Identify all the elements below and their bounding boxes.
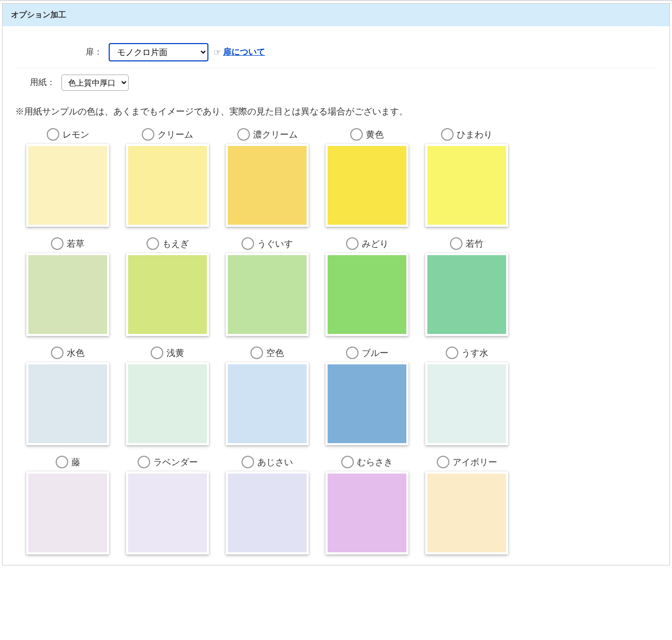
- color-radio[interactable]: [437, 456, 449, 468]
- swatch-item: 黄色: [320, 128, 414, 227]
- paper-select[interactable]: 色上質中厚口: [61, 75, 129, 91]
- swatch-name: 若草: [67, 238, 85, 250]
- swatch-sample: [226, 253, 309, 336]
- swatch-label-row: ひまわり: [419, 128, 514, 141]
- swatch-sample: [226, 144, 309, 227]
- swatch-label-row: ラベンダー: [120, 456, 215, 468]
- swatch-sample: [126, 144, 209, 227]
- color-radio[interactable]: [346, 347, 359, 359]
- swatch-item: レモン: [20, 128, 115, 227]
- swatch-name: うす水: [461, 347, 488, 359]
- panel-body: 扉： モノクロ片面 ☞ 扉について 用紙： 色上質中厚口 ※用紙サンプルの色は、…: [3, 26, 669, 565]
- swatch-sample: [425, 253, 508, 336]
- swatch-item: 藤: [20, 456, 115, 554]
- paper-row: 用紙： 色上質中厚口: [15, 68, 657, 97]
- color-radio[interactable]: [51, 347, 64, 359]
- swatch-name: アイボリー: [453, 456, 497, 468]
- swatch-label-row: もえぎ: [120, 237, 215, 250]
- swatch-item: あじさい: [220, 456, 314, 554]
- swatch-label-row: 若竹: [419, 237, 514, 250]
- swatch-item: ひまわり: [419, 128, 514, 227]
- swatch-item: ラベンダー: [120, 456, 215, 554]
- swatch-item: みどり: [320, 237, 414, 336]
- swatch-name: 若竹: [466, 238, 484, 250]
- color-radio[interactable]: [250, 347, 263, 359]
- swatch-name: 空色: [266, 347, 284, 359]
- sample-notice: ※用紙サンプルの色は、あくまでもイメージであり、実際の見た目とは異なる場合がござ…: [15, 106, 657, 118]
- swatch-name: むらさき: [357, 456, 393, 468]
- swatch-name: レモン: [62, 129, 89, 141]
- swatch-name: ラベンダー: [153, 456, 198, 468]
- color-radio[interactable]: [138, 456, 150, 468]
- swatch-name: クリーム: [158, 129, 193, 141]
- swatch-label-row: みどり: [320, 237, 414, 250]
- swatch-item: アイボリー: [419, 456, 514, 554]
- swatch-item: 水色: [20, 347, 115, 445]
- swatch-name: あじさい: [257, 456, 293, 468]
- swatch-item: 空色: [220, 347, 314, 445]
- swatch-sample: [26, 471, 109, 554]
- swatch-item: 濃クリーム: [220, 128, 314, 227]
- swatch-sample: [425, 471, 508, 554]
- color-radio[interactable]: [450, 237, 463, 250]
- swatch-item: うぐいす: [220, 237, 314, 336]
- swatch-sample: [26, 253, 109, 336]
- panel-title: オプション加工: [11, 10, 66, 19]
- swatch-label-row: 黄色: [320, 128, 414, 141]
- swatch-label-row: 濃クリーム: [220, 128, 314, 141]
- color-radio[interactable]: [151, 347, 163, 359]
- swatch-item: もえぎ: [120, 237, 215, 336]
- swatch-item: むらさき: [320, 456, 414, 554]
- color-radio[interactable]: [350, 128, 363, 141]
- door-label: 扉：: [19, 47, 109, 58]
- door-row: 扉： モノクロ片面 ☞ 扉について: [15, 37, 657, 68]
- swatch-label-row: むらさき: [320, 456, 414, 468]
- color-radio[interactable]: [56, 456, 68, 468]
- color-radio[interactable]: [51, 237, 64, 250]
- swatch-label-row: うす水: [419, 347, 514, 359]
- swatch-item: 若竹: [419, 237, 514, 336]
- color-radio[interactable]: [341, 456, 354, 468]
- swatch-item: クリーム: [120, 128, 215, 227]
- swatch-label-row: 藤: [20, 456, 115, 468]
- swatch-name: 藤: [71, 456, 80, 468]
- color-radio[interactable]: [146, 237, 159, 250]
- color-radio[interactable]: [47, 128, 59, 141]
- color-radio[interactable]: [237, 128, 250, 141]
- swatch-sample: [326, 144, 408, 227]
- color-radio[interactable]: [142, 128, 154, 141]
- color-radio[interactable]: [242, 456, 254, 468]
- swatch-label-row: 浅黄: [120, 347, 215, 359]
- door-info-link[interactable]: 扉について: [223, 47, 265, 58]
- swatch-sample: [425, 362, 508, 445]
- panel-header: オプション加工: [3, 4, 669, 26]
- swatch-sample: [425, 144, 508, 227]
- swatch-sample: [226, 362, 309, 445]
- swatch-name: 浅黄: [166, 347, 184, 359]
- swatch-sample: [26, 144, 109, 227]
- color-radio[interactable]: [441, 128, 454, 141]
- swatch-label-row: クリーム: [120, 128, 215, 141]
- swatch-label-row: レモン: [20, 128, 115, 141]
- swatch-name: もえぎ: [162, 238, 189, 250]
- swatch-sample: [126, 471, 209, 554]
- swatch-name: 水色: [67, 347, 85, 359]
- swatch-item: うす水: [419, 347, 514, 445]
- color-radio[interactable]: [446, 347, 458, 359]
- swatch-sample: [26, 362, 109, 445]
- color-swatch-grid: レモンクリーム濃クリーム黄色ひまわり若草もえぎうぐいすみどり若竹水色浅黄空色ブル…: [15, 128, 657, 554]
- swatch-name: うぐいす: [257, 238, 293, 250]
- swatch-label-row: あじさい: [220, 456, 314, 468]
- paper-label: 用紙：: [19, 77, 61, 88]
- swatch-sample: [126, 362, 209, 445]
- swatch-label-row: 水色: [20, 347, 115, 359]
- swatch-sample: [126, 253, 209, 336]
- color-radio[interactable]: [242, 237, 254, 250]
- swatch-sample: [326, 471, 408, 554]
- door-select[interactable]: モノクロ片面: [109, 43, 208, 61]
- hand-point-icon: ☞: [214, 47, 221, 57]
- swatch-sample: [226, 471, 309, 554]
- swatch-item: 若草: [20, 237, 115, 336]
- swatch-name: ひまわり: [457, 129, 492, 141]
- color-radio[interactable]: [346, 237, 359, 250]
